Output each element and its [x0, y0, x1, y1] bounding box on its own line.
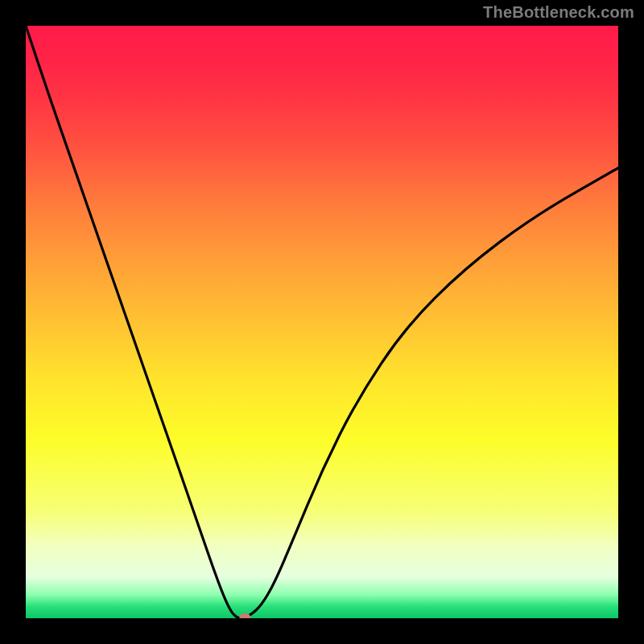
watermark-text: TheBottleneck.com: [483, 3, 634, 22]
curve-svg: [26, 26, 618, 618]
bottleneck-curve: [26, 26, 618, 618]
bottleneck-point-marker: [240, 613, 250, 618]
plot-area: [26, 26, 618, 618]
chart-frame: TheBottleneck.com: [0, 0, 644, 644]
